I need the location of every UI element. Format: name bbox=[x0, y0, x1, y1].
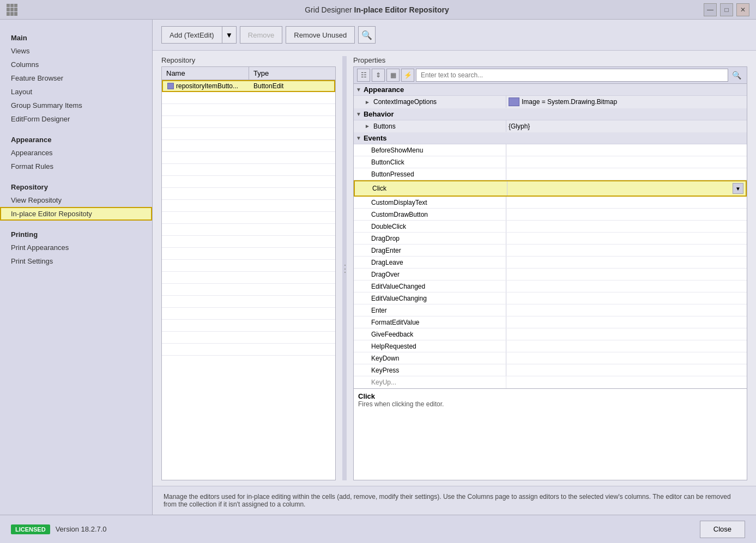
props-cell-value bbox=[506, 352, 747, 364]
props-cell-name: ButtonClick bbox=[354, 156, 506, 168]
props-row[interactable]: ButtonPressed bbox=[354, 168, 747, 180]
props-row[interactable]: EditValueChanged bbox=[354, 280, 747, 292]
props-search-input[interactable] bbox=[416, 69, 728, 82]
props-row[interactable]: KeyDown bbox=[354, 352, 747, 364]
resize-icon: ⋮ bbox=[340, 263, 349, 274]
props-row[interactable]: ButtonClick bbox=[354, 156, 747, 168]
description-title: Click bbox=[358, 392, 742, 400]
props-section-behavior[interactable]: ▼ Behavior bbox=[354, 108, 747, 120]
props-row[interactable]: DragEnter bbox=[354, 245, 747, 257]
search-button[interactable]: 🔍 bbox=[358, 26, 376, 44]
sidebar-section-repository: Repository bbox=[0, 178, 152, 193]
props-row[interactable]: Enter bbox=[354, 304, 747, 316]
sidebar-item-view-repository[interactable]: View Repositoty bbox=[0, 193, 152, 207]
props-row[interactable]: ► Buttons {Glyph} bbox=[354, 120, 747, 132]
props-cell-value bbox=[506, 221, 747, 232]
table-row[interactable]: repositoryItemButto... ButtonEdit bbox=[162, 80, 335, 92]
repo-table-header: Name Type bbox=[162, 67, 335, 80]
props-row[interactable]: BeforeShowMenu bbox=[354, 144, 747, 156]
sidebar-item-group-summary[interactable]: Group Summary Items bbox=[0, 99, 152, 112]
table-row bbox=[162, 116, 335, 128]
resize-handle[interactable]: ⋮ bbox=[342, 56, 347, 480]
close-window-button[interactable]: ✕ bbox=[736, 3, 749, 16]
app-icon bbox=[7, 4, 19, 16]
licensed-badge: LICENSED bbox=[11, 524, 50, 534]
props-row[interactable]: DragLeave bbox=[354, 257, 747, 269]
repo-rows: repositoryItemButto... ButtonEdit bbox=[162, 80, 335, 356]
sidebar-item-format-rules[interactable]: Format Rules bbox=[0, 160, 152, 173]
properties-grid: ▼ Appearance ► ContextImageOptions Image… bbox=[353, 83, 747, 480]
props-row[interactable]: KeyPress bbox=[354, 364, 747, 376]
table-row bbox=[162, 332, 335, 344]
sidebar-item-editform[interactable]: EditForm Designer bbox=[0, 112, 152, 126]
table-row bbox=[162, 164, 335, 176]
footer: LICENSED Version 18.2.7.0 Close bbox=[0, 515, 756, 543]
props-cell-name: DragEnter bbox=[354, 245, 506, 256]
props-categorized-btn[interactable]: ☷ bbox=[357, 69, 370, 82]
table-row bbox=[162, 260, 335, 272]
repo-col-type: Type bbox=[249, 67, 335, 80]
props-row[interactable]: CustomDisplayText bbox=[354, 197, 747, 209]
table-row bbox=[162, 296, 335, 308]
props-dropdown-btn[interactable]: ▼ bbox=[733, 183, 743, 194]
sidebar-item-print-appearances[interactable]: Print Appearances bbox=[0, 241, 152, 254]
props-row[interactable]: CustomDrawButton bbox=[354, 209, 747, 221]
maximize-button[interactable]: □ bbox=[720, 3, 733, 16]
props-row[interactable]: HelpRequested bbox=[354, 340, 747, 352]
props-cell-name: KeyPress bbox=[354, 364, 506, 376]
description-area: Click Fires when clicking the editor. bbox=[354, 388, 747, 414]
sidebar-item-columns[interactable]: Columns bbox=[0, 58, 152, 71]
props-cell-value bbox=[506, 269, 747, 280]
props-row[interactable]: GiveFeedback bbox=[354, 328, 747, 340]
props-cell-name: KeyUp... bbox=[354, 376, 506, 388]
remove-unused-button[interactable]: Remove Unused bbox=[286, 26, 355, 44]
sidebar-item-appearances[interactable]: Appearances bbox=[0, 146, 152, 160]
props-cell-value bbox=[506, 197, 747, 208]
add-button-group: Add (TextEdit) ▼ bbox=[161, 26, 237, 44]
props-cell-name: Enter bbox=[354, 304, 506, 316]
sidebar: Main Views Columns Feature Browser Layou… bbox=[0, 20, 153, 515]
props-cell-value bbox=[506, 245, 747, 256]
repo-col-name: Name bbox=[162, 67, 249, 80]
props-row[interactable]: DragOver bbox=[354, 269, 747, 280]
props-alphabetical-btn[interactable]: ⇕ bbox=[372, 69, 385, 82]
expand-arrow-icon: ▼ bbox=[356, 87, 361, 93]
version-text: Version 18.2.7.0 bbox=[56, 525, 107, 533]
table-row bbox=[162, 200, 335, 212]
add-dropdown-button[interactable]: ▼ bbox=[222, 26, 237, 44]
table-row bbox=[162, 320, 335, 332]
props-row[interactable]: EditValueChanging bbox=[354, 292, 747, 304]
props-row-click[interactable]: Click ▼ bbox=[354, 180, 747, 197]
props-lightning-btn[interactable]: ⚡ bbox=[401, 69, 414, 82]
minimize-button[interactable]: ― bbox=[704, 3, 717, 16]
sidebar-item-inplace-editor[interactable]: In-place Editor Repositoty bbox=[0, 207, 152, 221]
props-section-appearance[interactable]: ▼ Appearance bbox=[354, 84, 747, 96]
panels-area: Repository Name Type repositoryItemButto… bbox=[153, 51, 756, 486]
props-cell-value: Image = System.Drawing.Bitmap bbox=[506, 96, 747, 108]
add-textedit-button[interactable]: Add (TextEdit) bbox=[161, 26, 222, 44]
props-grid-btn[interactable]: ▦ bbox=[386, 69, 400, 82]
title-bar: Grid Designer In-place Editor Repository… bbox=[0, 0, 756, 20]
repository-panel: Repository Name Type repositoryItemButto… bbox=[161, 56, 336, 480]
window-controls[interactable]: ― □ ✕ bbox=[704, 3, 749, 16]
close-button[interactable]: Close bbox=[700, 521, 745, 538]
sidebar-item-layout[interactable]: Layout bbox=[0, 85, 152, 99]
sidebar-item-feature-browser[interactable]: Feature Browser bbox=[0, 71, 152, 85]
props-section-events[interactable]: ▼ Events bbox=[354, 132, 747, 144]
props-row[interactable]: KeyUp... bbox=[354, 376, 747, 388]
remove-button[interactable]: Remove bbox=[240, 26, 282, 44]
props-row[interactable]: FormatEditValue bbox=[354, 316, 747, 328]
props-cell-value bbox=[506, 340, 747, 352]
props-cell-name: GiveFeedback bbox=[354, 328, 506, 340]
sidebar-item-views[interactable]: Views bbox=[0, 44, 152, 58]
props-cell-value bbox=[506, 144, 747, 156]
props-row[interactable]: ► ContextImageOptions Image = System.Dra… bbox=[354, 96, 747, 108]
props-cell-name: EditValueChanging bbox=[354, 292, 506, 304]
props-cell-value bbox=[506, 168, 747, 180]
props-row[interactable]: DragDrop bbox=[354, 233, 747, 245]
props-cell-name: ► Buttons bbox=[354, 120, 506, 132]
props-cell-name: FormatEditValue bbox=[354, 316, 506, 328]
props-row[interactable]: DoubleClick bbox=[354, 221, 747, 233]
props-cell-name: KeyDown bbox=[354, 352, 506, 364]
sidebar-item-print-settings[interactable]: Print Settings bbox=[0, 254, 152, 268]
